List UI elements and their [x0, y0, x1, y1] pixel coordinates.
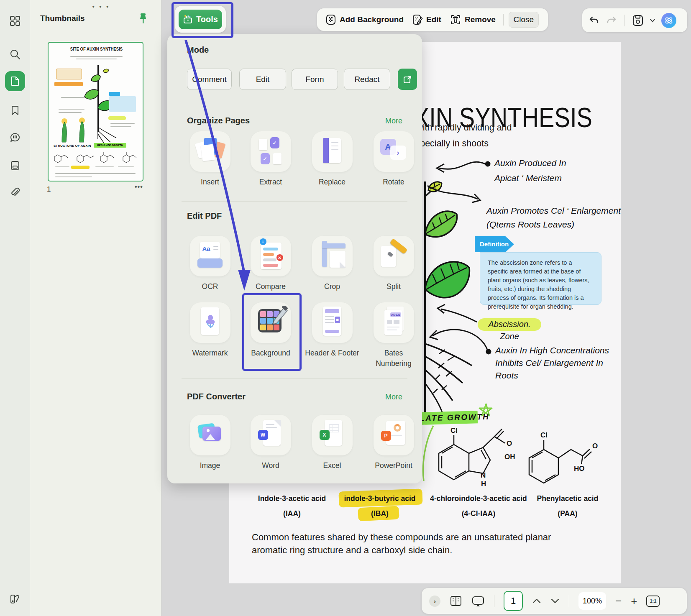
compound-abbr: (PAA)	[513, 509, 622, 518]
doc-footer-text: Common features shared by these compound…	[252, 531, 586, 557]
page-layout-icon[interactable]	[450, 595, 462, 607]
thumb-growth-highlight: REGULATE GROWTH	[94, 143, 126, 148]
section-divider	[182, 378, 407, 379]
image-convert-icon	[190, 415, 230, 455]
external-link-icon	[403, 75, 412, 84]
previous-page-icon[interactable]	[532, 598, 541, 604]
attachment-icon[interactable]	[5, 183, 25, 203]
compound-name: Phenylacetic acid	[513, 494, 622, 503]
zoom-out-button[interactable]: −	[615, 595, 622, 608]
thumbnails-panel: • • • Thumbnails SITE OF AUXIN SYNTHESIS	[30, 0, 161, 616]
left-icon-rail	[0, 0, 30, 616]
tool-label: Header & Footer	[305, 348, 359, 358]
crop-icon	[312, 236, 353, 276]
tool-label: OCR	[183, 281, 237, 292]
tool-header-footer[interactable]: ▦ Header & Footer	[305, 302, 359, 358]
search-icon[interactable]	[5, 44, 25, 64]
bottom-status-bar: › 1 100% − + 1:1	[422, 588, 687, 614]
redo-icon[interactable]	[606, 15, 617, 26]
save-chevron-down-icon[interactable]	[650, 18, 655, 23]
edit-icon	[412, 14, 423, 25]
annotation-promotes-2: (Qtems Roots Leaves)	[486, 220, 574, 230]
tool-to-excel[interactable]: X Excel	[305, 415, 359, 471]
tool-ocr[interactable]: Aa OCR	[183, 236, 237, 292]
converter-section-title: PDF Converter	[187, 392, 246, 401]
tool-label: PowerPoint	[366, 460, 421, 471]
color-swatches-icon[interactable]	[5, 589, 25, 609]
actual-size-button[interactable]: 1:1	[646, 596, 660, 607]
remove-background-button[interactable]: Remove	[447, 14, 498, 25]
add-background-label: Add Background	[340, 15, 404, 24]
apps-grid-icon[interactable]	[5, 11, 25, 31]
tool-replace[interactable]: Replace	[305, 131, 359, 187]
background-toolbar: Add Background Edit Remove Close	[317, 8, 548, 31]
watermark-icon	[190, 302, 230, 343]
tool-label: Replace	[305, 177, 359, 187]
organize-more-link[interactable]: More	[376, 117, 402, 125]
mode-edit-button[interactable]: Edit	[239, 69, 286, 90]
tool-split[interactable]: Split	[366, 236, 421, 292]
bates-badge: 000123	[390, 312, 401, 317]
panel-drag-handle[interactable]: • • •	[89, 3, 114, 10]
expand-chevron-button[interactable]: ›	[429, 596, 440, 607]
thumb-page-number: 1	[47, 185, 51, 194]
extract-icon: ✓ ✓	[251, 131, 291, 172]
tool-label: Compare	[243, 281, 298, 292]
tool-rotate[interactable]: A › Rotate	[366, 131, 421, 187]
page-field-icon[interactable]	[5, 156, 25, 176]
thumb-overflow-menu[interactable]: •••	[135, 183, 143, 191]
add-background-button[interactable]: Add Background	[323, 14, 406, 25]
annotation-high-2: Inhibits Cel/ Enlargement In	[495, 358, 603, 368]
ocr-icon: Aa	[190, 236, 230, 276]
background-highlight-box	[242, 293, 302, 371]
organize-section-title: Organize Pages	[187, 116, 250, 125]
panel-title: Thumbnails	[40, 14, 85, 23]
tool-label: Word	[243, 460, 298, 471]
presentation-mode-icon[interactable]	[471, 595, 485, 607]
mode-redact-button[interactable]: Redact	[344, 69, 390, 90]
next-page-icon[interactable]	[550, 598, 560, 604]
compare-icon: + ✕	[251, 236, 291, 276]
page-number-input[interactable]: 1	[504, 591, 523, 611]
tool-bates-numbering[interactable]: 000123 Bates Numbering	[366, 302, 421, 369]
page-thumbnail-1[interactable]: SITE OF AUXIN SYNTHESIS	[48, 42, 143, 181]
ai-assistant-icon[interactable]	[661, 13, 676, 28]
save-icon[interactable]	[632, 14, 644, 27]
tool-to-image[interactable]: Image	[183, 415, 237, 471]
tool-insert[interactable]: Insert	[183, 131, 237, 187]
bates-numbering-icon: 000123	[374, 302, 414, 343]
thumb-structure-heading: STRUCTURE OF AUXIN	[54, 144, 91, 148]
thumbnails-tab-icon[interactable]	[5, 71, 25, 91]
toolbar-divider	[624, 15, 624, 26]
tool-label: Image	[183, 460, 237, 471]
tool-extract[interactable]: ✓ ✓ Extract	[243, 131, 298, 187]
converter-more-link[interactable]: More	[376, 393, 402, 401]
tool-crop[interactable]: Crop	[305, 236, 359, 292]
word-convert-icon: W	[251, 415, 291, 455]
tool-watermark[interactable]: Watermark	[183, 302, 237, 358]
thumb-title: SITE OF AUXIN SYNTHESIS	[51, 47, 142, 52]
undo-icon[interactable]	[589, 15, 600, 26]
tool-to-word[interactable]: W Word	[243, 415, 298, 471]
statusbar-divider	[569, 595, 569, 607]
tool-to-powerpoint[interactable]: P PowerPoint	[366, 415, 421, 471]
close-button[interactable]: Close	[509, 12, 539, 28]
zoom-level-input[interactable]: 100%	[578, 592, 606, 610]
bookmark-icon[interactable]	[5, 100, 25, 120]
app-window: SITE OF AUXIN SYNTHESIS Biosynthesis of …	[0, 0, 691, 616]
annotation-high-1: Auxin In High Concentrations	[495, 345, 609, 355]
annotation-promotes-1: Auxin Promotes Cel ‘ Enlargement	[486, 206, 621, 216]
comment-icon[interactable]	[5, 128, 25, 148]
open-in-new-window-button[interactable]	[398, 69, 417, 90]
edit-background-button[interactable]: Edit	[409, 14, 444, 25]
add-background-icon	[325, 14, 336, 25]
rotate-icon: A ›	[374, 131, 414, 172]
annotation-high-3: Roots	[495, 371, 518, 381]
zoom-in-button[interactable]: +	[631, 595, 637, 608]
tool-label: Rotate	[366, 177, 421, 187]
tool-label: Split	[366, 281, 421, 292]
mode-form-button[interactable]: Form	[292, 69, 338, 90]
pin-icon[interactable]	[138, 13, 148, 25]
tool-compare[interactable]: + ✕ Compare	[243, 236, 298, 292]
mode-comment-button[interactable]: Comment	[187, 69, 232, 90]
